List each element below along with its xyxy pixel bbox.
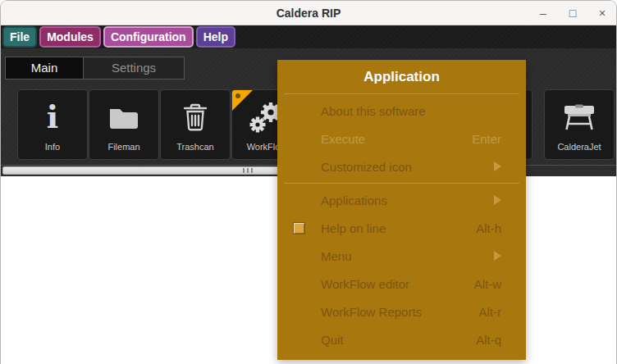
- window-title: Caldera RIP: [277, 7, 341, 20]
- menubar-item-configuration[interactable]: Configuration: [103, 26, 194, 48]
- shortcut-label: Alt-q: [476, 333, 501, 347]
- printer-icon: [545, 97, 614, 138]
- submenu-arrow-icon: [494, 160, 501, 174]
- menubar-item-file[interactable]: File: [2, 26, 37, 48]
- minimize-icon[interactable]: –: [537, 7, 549, 19]
- menu-item-label: Customized icon: [321, 160, 412, 174]
- toolbar-button-info[interactable]: iInfo: [17, 89, 88, 160]
- menu-item-label: Menu: [321, 249, 352, 263]
- menu-item-menu[interactable]: Menu: [277, 242, 526, 270]
- menu-item-applications[interactable]: Applications: [277, 186, 526, 214]
- info-icon: i: [18, 97, 87, 138]
- menu-item-label: About this software: [321, 104, 426, 118]
- menu-item-about-this-software[interactable]: About this software: [277, 97, 526, 125]
- toolbar-button-calderajet[interactable]: CalderaJet: [544, 89, 615, 160]
- window-controls: – □ ×: [537, 1, 608, 25]
- toolbar-button-label: CalderaJet: [545, 142, 614, 152]
- submenu-arrow-icon: [494, 249, 501, 263]
- toolbar-button-label: Fileman: [89, 142, 158, 152]
- menu-item-label: WorkFlow Reports: [321, 305, 422, 319]
- menu-item-execute: ExecuteEnter: [277, 125, 526, 152]
- submenu-arrow-icon: [494, 193, 501, 207]
- checkbox-icon: [294, 223, 304, 234]
- maximize-icon[interactable]: □: [567, 7, 578, 19]
- workflow-corner-badge-icon: [231, 89, 254, 111]
- toolbar-button-trashcan[interactable]: Trashcan: [160, 89, 231, 160]
- menu-item-label: WorkFlow editor: [321, 277, 409, 291]
- folder-icon: [89, 97, 158, 138]
- titlebar: Caldera RIP – □ ×: [1, 1, 616, 25]
- toolbar-button-label: Info: [18, 142, 87, 152]
- trash-icon: [161, 97, 230, 138]
- app-window: Caldera RIP – □ × FileModulesConfigurati…: [0, 0, 617, 364]
- menu-separator: [284, 183, 519, 184]
- shortcut-label: Alt-r: [479, 305, 502, 319]
- menu-item-label: Help on line: [321, 221, 386, 235]
- application-menu-title: Application: [277, 66, 526, 91]
- application-menu: Application About this softwareExecuteEn…: [277, 60, 526, 360]
- menu-item-workflow-reports[interactable]: WorkFlow ReportsAlt-r: [277, 298, 526, 325]
- shortcut-label: Alt-h: [476, 221, 501, 235]
- menubar-item-modules[interactable]: Modules: [39, 26, 101, 48]
- menu-item-label: Execute: [321, 132, 365, 146]
- menubar: FileModulesConfigurationHelp: [1, 25, 616, 48]
- menu-item-label: Quit: [321, 333, 344, 347]
- menu-item-customized-icon[interactable]: Customized icon: [277, 152, 526, 180]
- scrollbar-grip-icon: [243, 168, 253, 173]
- close-icon[interactable]: ×: [596, 7, 608, 19]
- toolbar-button-fileman[interactable]: Fileman: [89, 89, 159, 160]
- menu-item-label: Applications: [321, 193, 387, 207]
- menu-item-workflow-editor[interactable]: WorkFlow editorAlt-w: [277, 270, 526, 298]
- menu-item-quit[interactable]: QuitAlt-q: [277, 325, 526, 353]
- shortcut-label: Alt-w: [474, 277, 501, 291]
- menubar-item-help[interactable]: Help: [196, 26, 235, 48]
- menu-separator: [284, 93, 519, 94]
- menu-item-help-on-line[interactable]: Help on lineAlt-h: [277, 214, 526, 242]
- shortcut-label: Enter: [472, 132, 501, 146]
- toolbar-button-label: Trashcan: [161, 142, 230, 152]
